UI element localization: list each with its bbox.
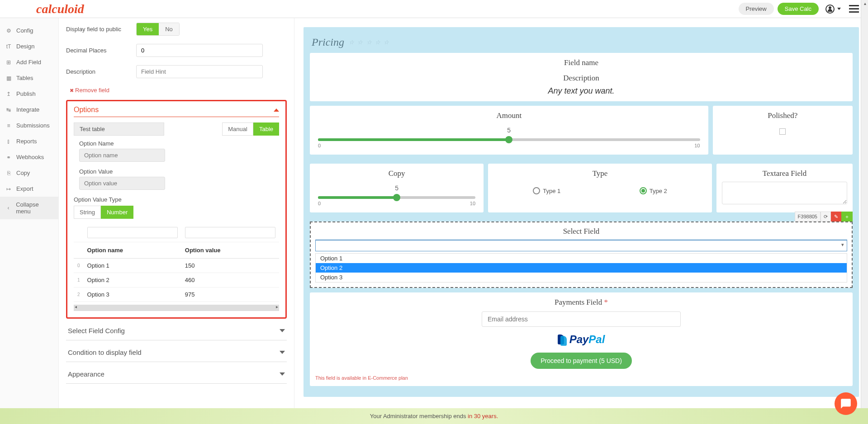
email-input[interactable]: [482, 311, 681, 327]
cell-name: Option 2: [84, 273, 181, 287]
type-title: Type: [493, 169, 707, 178]
field-name-card[interactable]: Field name Description Any text you want…: [310, 53, 853, 101]
table-row[interactable]: 2Option 3975: [74, 287, 279, 302]
field-id-badge: F398805: [795, 212, 821, 221]
select-option[interactable]: Option 3: [316, 273, 847, 282]
chat-icon: [840, 398, 852, 410]
sidebar-item-integrate[interactable]: ↹Integrate: [0, 102, 58, 118]
sidebar-item-tables[interactable]: ▦Tables: [0, 70, 58, 86]
save-calc-button[interactable]: Save Calc: [778, 3, 819, 15]
polished-title: Polished?: [718, 111, 848, 120]
preview-button[interactable]: Preview: [739, 3, 774, 15]
yes-button[interactable]: Yes: [137, 23, 159, 35]
table-row[interactable]: 1Option 2460: [74, 273, 279, 287]
select-dropdown[interactable]: [315, 240, 847, 251]
top-bar: calculoid Preview Save Calc: [0, 0, 868, 18]
plus-icon: ⊞: [5, 59, 12, 66]
refresh-button[interactable]: ⟳: [821, 212, 831, 221]
select-field-config-section[interactable]: Select Field Config: [66, 321, 287, 340]
sidebar-item-label: Add Field: [16, 59, 41, 66]
amount-card[interactable]: Amount 5 010: [310, 106, 708, 155]
sidebar-item-label: Collapse menu: [16, 201, 53, 215]
field-name-title: Field name: [315, 58, 847, 67]
decimal-places-input[interactable]: [136, 44, 263, 57]
cell-value: 460: [181, 273, 279, 287]
textarea-input[interactable]: [722, 182, 847, 204]
description-input[interactable]: [136, 65, 263, 78]
proceed-payment-button[interactable]: Proceed to payment (5 USD): [531, 353, 632, 369]
options-header[interactable]: Options: [74, 106, 279, 117]
appearance-section[interactable]: Appearance: [66, 365, 287, 384]
link-icon: ⚭: [5, 154, 12, 160]
slider-thumb[interactable]: [393, 194, 400, 201]
add-button[interactable]: ＋: [841, 212, 853, 221]
radio-icon: [533, 187, 540, 194]
select-field-card[interactable]: F398805 ⟳ ✎ ＋ Select Field Option 1 Opti…: [310, 221, 853, 288]
config-panel: Display field to public Yes No Decimal P…: [59, 18, 294, 424]
description-title: Description: [315, 74, 847, 83]
manual-mode-button[interactable]: Manual: [222, 122, 253, 136]
table-row[interactable]: 0Option 1150: [74, 259, 279, 273]
copy-card[interactable]: Copy 5 010: [310, 164, 484, 212]
sidebar: ⚙Config tTDesign ⊞Add Field ▦Tables ↥Pub…: [0, 18, 59, 424]
number-type-button[interactable]: Number: [101, 206, 133, 219]
table-mode-button[interactable]: Table: [253, 122, 279, 136]
type2-radio[interactable]: Type 2: [640, 187, 667, 194]
option-name-label: Option Name: [79, 140, 279, 147]
edit-button[interactable]: ✎: [831, 212, 841, 221]
sidebar-item-reports[interactable]: ⫿Reports: [0, 133, 58, 149]
rating-stars-icon[interactable]: ☆ ☆ ☆ ☆ ☆: [349, 39, 390, 46]
sidebar-item-webhooks[interactable]: ⚭Webhooks: [0, 149, 58, 165]
sidebar-collapse-menu[interactable]: ‹Collapse menu: [0, 197, 58, 219]
horizontal-scrollbar[interactable]: [74, 305, 279, 311]
sidebar-item-label: Integrate: [16, 106, 39, 113]
table-name-select[interactable]: Test table: [74, 122, 164, 136]
type-card[interactable]: Type Type 1 Type 2: [488, 164, 712, 212]
chat-widget-button[interactable]: [835, 392, 857, 415]
type1-radio[interactable]: Type 1: [533, 187, 560, 194]
hamburger-icon[interactable]: [849, 3, 859, 14]
select-option[interactable]: Option 2: [316, 263, 847, 273]
sidebar-item-copy[interactable]: ⎘Copy: [0, 165, 58, 181]
payments-card[interactable]: Payments Field * PayPal Proceed to payme…: [310, 292, 853, 386]
remove-field-link[interactable]: Remove field: [70, 87, 109, 94]
sidebar-item-export[interactable]: ↦Export: [0, 181, 58, 197]
sidebar-item-add-field[interactable]: ⊞Add Field: [0, 54, 58, 70]
amount-slider[interactable]: [318, 138, 700, 141]
copy-slider[interactable]: [318, 196, 475, 199]
filter-value-input[interactable]: [185, 227, 275, 238]
slider-thumb[interactable]: [505, 136, 512, 143]
user-icon[interactable]: [825, 5, 835, 14]
condition-display-section[interactable]: Condition to display field: [66, 343, 287, 362]
gear-icon: ⚙: [5, 28, 12, 34]
sidebar-item-label: Design: [16, 43, 34, 50]
sidebar-item-design[interactable]: tTDesign: [0, 38, 58, 54]
sidebar-item-submissions[interactable]: ≡Submissions: [0, 118, 58, 133]
no-button[interactable]: No: [159, 23, 179, 35]
col-option-name: Option name: [84, 242, 181, 259]
sidebar-item-config[interactable]: ⚙Config: [0, 23, 58, 38]
user-menu-caret-icon[interactable]: [837, 8, 841, 10]
polished-checkbox[interactable]: [779, 128, 786, 135]
string-type-button[interactable]: String: [74, 206, 101, 219]
textarea-title: Textarea Field: [722, 169, 847, 178]
option-name-input[interactable]: [79, 149, 165, 162]
chevron-left-icon: ‹: [5, 205, 11, 211]
select-option[interactable]: Option 1: [316, 254, 847, 263]
sidebar-item-publish[interactable]: ↥Publish: [0, 86, 58, 102]
field-toolbar: F398805 ⟳ ✎ ＋: [795, 212, 853, 221]
filter-name-input[interactable]: [87, 227, 178, 238]
preview-panel: Pricing ☆ ☆ ☆ ☆ ☆ Field name Description…: [294, 18, 868, 424]
option-value-type-label: Option Value Type: [74, 196, 279, 203]
sidebar-item-label: Submissions: [16, 122, 50, 129]
sidebar-item-label: Reports: [16, 138, 37, 145]
ecommerce-note: This field is available in E-Commerce pl…: [315, 375, 847, 381]
polished-card[interactable]: Polished?: [713, 106, 853, 155]
option-value-input[interactable]: [79, 177, 165, 190]
cell-value: 150: [181, 259, 279, 273]
textarea-card[interactable]: Textarea Field: [716, 164, 853, 212]
page-scrollbar[interactable]: ▴: [861, 0, 868, 424]
chevron-down-icon: [280, 372, 285, 376]
chevron-down-icon: [280, 329, 285, 332]
paypal-logo: PayPal: [315, 333, 847, 346]
